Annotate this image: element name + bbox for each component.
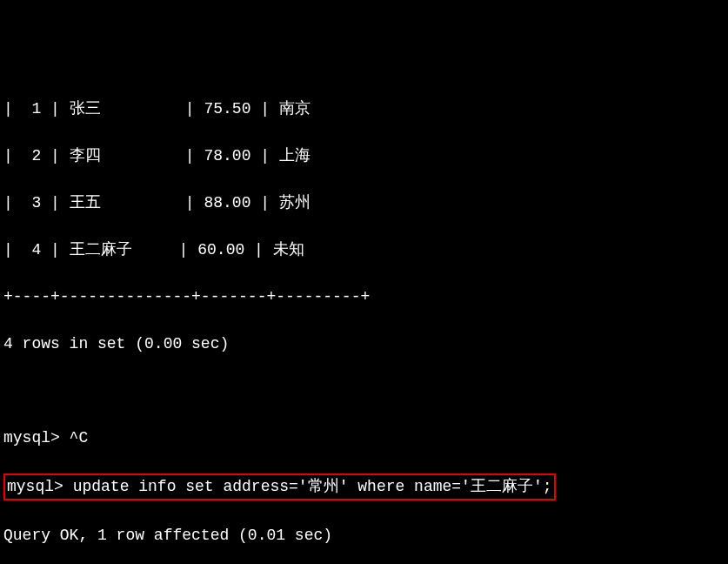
table-row: | 1 | 张三 | 75.50 | 南京 [3,97,725,121]
update-command-highlight: mysql> update info set address='常州' wher… [3,473,556,500]
table-row: | 3 | 王五 | 88.00 | 苏州 [3,191,725,215]
update-command[interactable]: update info set address='常州' where name=… [73,478,552,495]
table-border: +----+--------------+-------+---------+ [3,285,725,309]
mysql-update-line: mysql> update info set address='常州' wher… [3,473,725,500]
result-status: 4 rows in set (0.00 sec) [3,332,725,356]
mysql-prompt-interrupt: mysql> ^C [3,426,725,450]
mysql-prompt: mysql> [7,478,73,495]
blank-line [3,379,725,403]
table-row: | 2 | 李四 | 78.00 | 上海 [3,144,725,168]
query-ok-status: Query OK, 1 row affected (0.01 sec) [3,524,725,547]
table-row: | 4 | 王二麻子 | 60.00 | 未知 [3,238,725,262]
